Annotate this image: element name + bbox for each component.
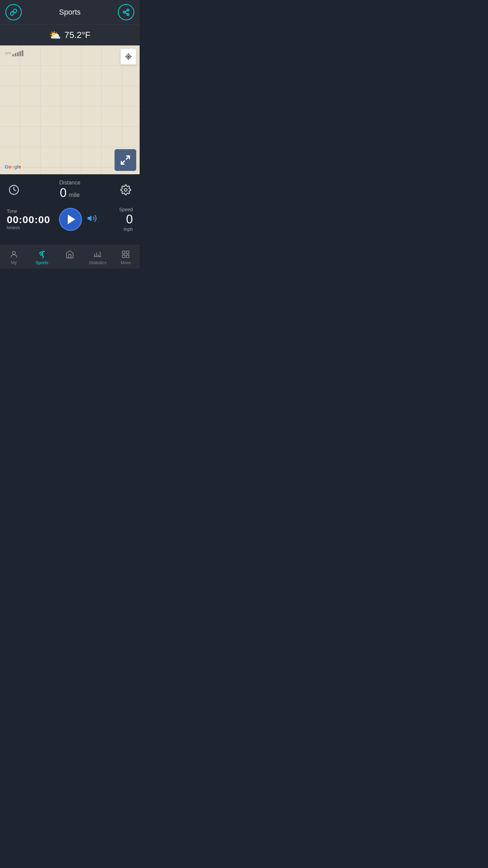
- svg-line-4: [125, 11, 127, 12]
- gps-bar-5: [22, 50, 23, 56]
- gps-indicator: GPS: [5, 50, 23, 56]
- expand-map-button[interactable]: [115, 149, 136, 171]
- map-area[interactable]: GPS Google: [0, 45, 140, 174]
- distance-display: Distance 0 mile: [59, 180, 80, 200]
- location-center-button[interactable]: [121, 49, 136, 64]
- svg-point-14: [124, 189, 127, 191]
- distance-label: Distance: [59, 180, 80, 186]
- svg-rect-23: [122, 251, 125, 254]
- center-controls: [59, 208, 97, 231]
- nav-label-my: My: [11, 260, 17, 265]
- time-label: Time: [7, 209, 50, 214]
- svg-rect-24: [126, 251, 129, 254]
- nav-item-more[interactable]: More: [112, 249, 140, 267]
- gps-signal-bars: [12, 50, 23, 56]
- weather-bar: ⛅ 75.2°F: [0, 24, 140, 45]
- home-icon: [65, 250, 74, 259]
- controls-row: Time 00:00:00 h/min/s Speed 0 mph: [7, 204, 133, 235]
- svg-point-10: [128, 56, 129, 58]
- nav-label-more: More: [121, 260, 131, 265]
- nav-item-sports[interactable]: Sports: [28, 249, 56, 267]
- gps-bar-1: [12, 54, 14, 56]
- speed-unit: mph: [106, 226, 133, 232]
- weather-icon: ⛅: [49, 29, 61, 41]
- time-value: 00:00:00: [7, 214, 50, 225]
- page-title: Sports: [59, 8, 81, 17]
- nav-label-statistics: Statistics: [89, 260, 106, 265]
- svg-rect-26: [122, 255, 125, 258]
- svg-marker-15: [88, 215, 92, 221]
- distance-value-row: 0 mile: [59, 186, 80, 200]
- statistics-icon: [93, 250, 102, 259]
- speed-value: 0: [106, 212, 133, 226]
- gps-bar-2: [15, 53, 16, 56]
- speed-display: Speed 0 mph: [106, 207, 133, 232]
- stats-panel: Distance 0 mile Time 00:00:00 h/min/s: [0, 174, 140, 238]
- more-icon: [121, 250, 130, 259]
- svg-point-16: [13, 251, 16, 254]
- nav-item-statistics[interactable]: Statistics: [84, 249, 111, 267]
- play-button[interactable]: [59, 208, 82, 231]
- svg-rect-25: [126, 255, 129, 258]
- volume-icon[interactable]: [87, 213, 97, 226]
- crosshair-icon: [124, 53, 133, 61]
- share-icon-button[interactable]: [118, 4, 134, 20]
- top-stats-row: Distance 0 mile: [7, 180, 133, 200]
- running-icon: [38, 250, 46, 259]
- svg-line-3: [125, 13, 127, 14]
- speed-label: Speed: [106, 207, 133, 212]
- history-icon[interactable]: [7, 183, 21, 197]
- distance-number: 0: [60, 186, 66, 200]
- distance-unit: mile: [69, 192, 80, 199]
- bottom-navigation: My Sports Statistics: [0, 245, 140, 269]
- time-unit: h/min/s: [7, 225, 50, 230]
- weather-temperature: 75.2°F: [64, 30, 90, 40]
- expand-icon: [120, 155, 131, 165]
- nav-label-sports: Sports: [36, 260, 48, 265]
- time-display: Time 00:00:00 h/min/s: [7, 209, 50, 230]
- app-header: Sports: [0, 0, 140, 24]
- settings-icon[interactable]: [119, 183, 133, 197]
- gps-bar-4: [19, 51, 21, 56]
- person-icon: [9, 250, 18, 259]
- nav-item-my[interactable]: My: [0, 249, 28, 267]
- gps-bar-3: [17, 52, 19, 56]
- link-icon-button[interactable]: [5, 4, 22, 20]
- nav-item-home[interactable]: [56, 249, 84, 267]
- svg-point-17: [43, 251, 44, 252]
- gps-label: GPS: [5, 52, 11, 55]
- google-logo: Google: [5, 164, 21, 170]
